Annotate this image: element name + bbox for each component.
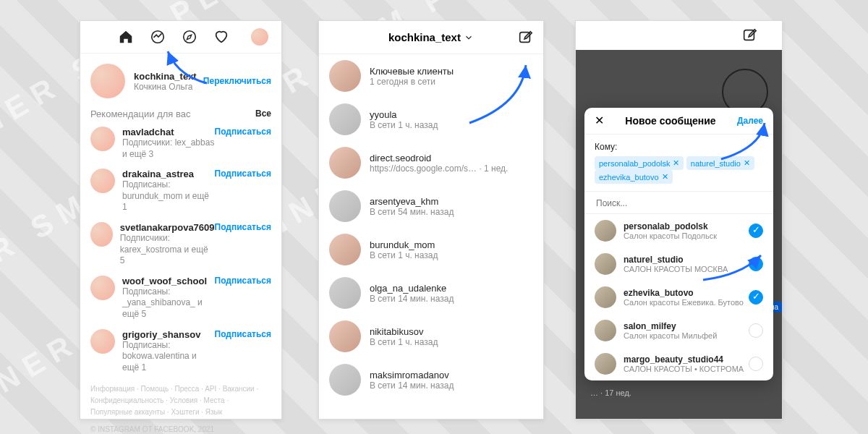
recipient-chip[interactable]: ezhevika_butovo✕ (595, 170, 673, 184)
modal-title: Новое сообщение (625, 115, 715, 127)
new-message-modal: ✕ Новое сообщение Далее Кому: personalab… (584, 108, 773, 380)
avatar[interactable] (90, 127, 115, 151)
chat-row[interactable]: olga_na_udalenke В сети 14 мин. назад (319, 271, 543, 315)
suggestion-row: mavladchat Подписчики: lex_abbas и ещё 3… (80, 122, 281, 164)
suggestion-username[interactable]: grigoriy_shansov (122, 329, 215, 340)
chat-meta: В сети 1 ч. назад (370, 250, 438, 260)
see-all-link[interactable]: Все (255, 109, 271, 119)
option-username: salon_milfey (624, 321, 749, 331)
chat-row[interactable]: maksimromadanov В сети 14 мин. назад (319, 358, 543, 401)
follow-button[interactable]: Подписаться (215, 169, 271, 179)
chat-meta: 1 сегодня в сети (370, 77, 454, 87)
recipient-chip[interactable]: personalab_podolsk✕ (595, 156, 684, 170)
option-check-icon[interactable] (749, 224, 763, 238)
chat-row[interactable]: burunduk_mom В сети 1 ч. назад (319, 228, 543, 271)
suggestion-row: woof_woof_school Подписаны: _yana_shiban… (80, 271, 281, 325)
inbox-account-selector[interactable]: kochkina_text (388, 31, 474, 43)
chat-row[interactable]: yyoula В сети 1 ч. назад (319, 98, 543, 141)
switch-account-link[interactable]: Переключиться (203, 76, 271, 86)
chat-row[interactable]: Ключевые клиенты 1 сегодня в сети (319, 54, 543, 98)
chat-meta: В сети 14 мин. назад (370, 380, 454, 391)
messenger-icon[interactable] (150, 29, 166, 45)
explore-icon[interactable] (182, 29, 197, 45)
avatar[interactable] (90, 64, 125, 98)
avatar[interactable] (90, 329, 115, 354)
avatar (595, 253, 616, 275)
suggestion-meta: Подписчики: lex_abbas и ещё 3 (122, 137, 215, 160)
avatar (329, 277, 361, 309)
nav-profile-avatar[interactable] (251, 28, 268, 46)
recipient-option[interactable]: personalab_podolsk Салон красоты Подольс… (584, 214, 773, 247)
option-meta: Салон красоты Подольск (624, 231, 749, 240)
recipient-option[interactable]: naturel_studio САЛОН КРАСОТЫ МОСКВА (584, 247, 773, 281)
inbox-header: kochkina_text (319, 21, 543, 54)
chat-row[interactable]: direct.seodroid https://docs.google.com/… (319, 141, 543, 184)
new-message-screen: ощен ощен Ощена 11 нед. … · 17 нед. ✕ Но… (575, 20, 783, 420)
avatar (595, 320, 616, 341)
avatar (329, 60, 361, 92)
avatar (595, 286, 616, 308)
avatar[interactable] (90, 276, 115, 300)
avatar (329, 320, 361, 352)
recipient-option[interactable]: margo_beauty_studio44 САЛОН КРАСОТЫ • КО… (584, 347, 773, 380)
option-check-icon[interactable] (749, 323, 763, 338)
follow-button[interactable]: Подписаться (215, 222, 271, 232)
heart-icon[interactable] (213, 29, 229, 45)
footer-links[interactable]: Информация · Помощь · Пресса · API · Вак… (80, 378, 281, 424)
compose-icon[interactable] (517, 30, 533, 46)
avatar (329, 234, 361, 265)
chat-username: burunduk_mom (370, 239, 438, 250)
chat-username: olga_na_udalenke (370, 283, 454, 294)
follow-button[interactable]: Подписаться (215, 329, 271, 339)
avatar[interactable] (90, 169, 115, 193)
compose-icon[interactable] (741, 27, 757, 43)
suggestion-username[interactable]: woof_woof_school (122, 276, 215, 286)
recipient-search-input[interactable] (595, 197, 766, 209)
option-username: personalab_podolsk (624, 221, 749, 231)
option-check-icon[interactable] (749, 357, 763, 371)
chat-meta: В сети 1 ч. назад (370, 337, 438, 347)
to-label: Кому: (595, 142, 617, 152)
suggestion-username[interactable]: svetlanakarpova7609 (120, 222, 215, 233)
suggestion-meta: Подписаны: bokowa.valentina и ещё 1 (122, 340, 215, 374)
feed-sidebar-panel: kochkina_text Кочкина Ольга Переключитьс… (80, 20, 282, 420)
avatar (329, 364, 361, 396)
top-nav (80, 21, 281, 54)
chat-row[interactable]: arsentyeva_khm В сети 54 мин. назад (319, 184, 543, 228)
direct-inbox-panel: kochkina_text Ключевые клиенты 1 сегодня… (318, 20, 544, 420)
follow-button[interactable]: Подписаться (215, 127, 271, 137)
recipient-chip[interactable]: naturel_studio✕ (686, 156, 754, 170)
option-meta: САЛОН КРАСОТЫ • КОСТРОМА (624, 365, 749, 373)
option-check-icon[interactable] (749, 257, 763, 271)
next-button[interactable]: Далее (737, 116, 763, 126)
avatar[interactable] (90, 222, 113, 247)
avatar (329, 147, 361, 179)
option-meta: САЛОН КРАСОТЫ МОСКВА (624, 265, 749, 273)
account-username[interactable]: kochkina_text (134, 71, 203, 82)
option-username: naturel_studio (624, 255, 749, 265)
chat-username: yyoula (370, 109, 438, 120)
chat-username: nikitabikusov (370, 326, 438, 337)
suggestion-username[interactable]: mavladchat (122, 127, 215, 137)
recipient-option[interactable]: salon_milfey Салон красоты Мильфей (584, 314, 773, 347)
suggestion-meta: Подписчики: karex_kostroma и ещё 5 (120, 233, 215, 267)
suggestion-username[interactable]: drakaina_astrea (122, 169, 215, 179)
chat-row[interactable]: nikitabikusov В сети 1 ч. назад (319, 315, 543, 358)
option-username: ezhevika_butovo (624, 288, 749, 298)
suggestion-row: svetlanakarpova7609 Подписчики: karex_ko… (80, 218, 281, 271)
option-check-icon[interactable] (749, 290, 763, 305)
suggestion-meta: Подписаны: burunduk_mom и ещё 1 (122, 179, 215, 213)
chip-remove-icon[interactable]: ✕ (662, 172, 668, 182)
recipient-option[interactable]: ezhevika_butovo Салон красоты Ежевика. Б… (584, 281, 773, 314)
recipients-row: Кому: personalab_podolsk✕ naturel_studio… (584, 135, 773, 192)
close-icon[interactable]: ✕ (595, 115, 604, 127)
option-username: margo_beauty_studio44 (624, 354, 749, 365)
chip-remove-icon[interactable]: ✕ (673, 158, 679, 168)
suggestion-row: drakaina_astrea Подписаны: burunduk_mom … (80, 164, 281, 218)
option-meta: Салон красоты Ежевика. Бутово (624, 298, 749, 307)
suggestions-title: Рекомендации для вас (90, 109, 190, 119)
follow-button[interactable]: Подписаться (215, 276, 271, 286)
chat-username: Ключевые клиенты (370, 66, 454, 77)
home-icon[interactable] (118, 29, 134, 45)
chip-remove-icon[interactable]: ✕ (744, 158, 750, 168)
